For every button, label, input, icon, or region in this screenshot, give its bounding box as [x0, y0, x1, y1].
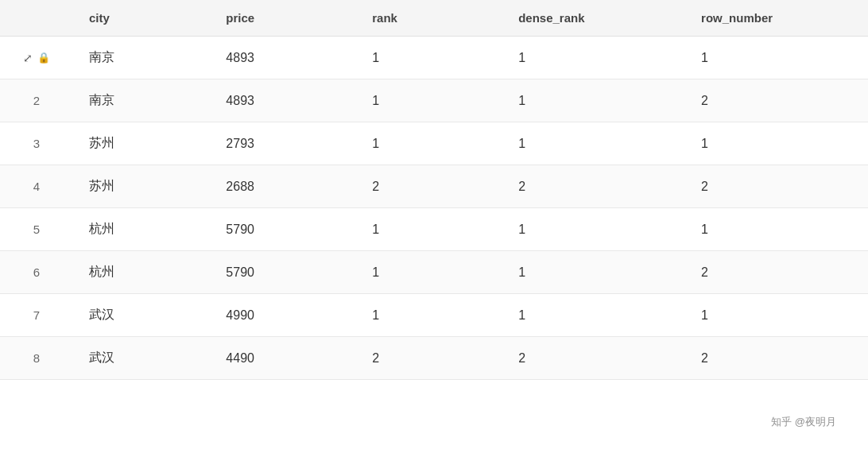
- cell-price: 5790: [210, 251, 356, 294]
- cell-index: 6: [0, 251, 73, 294]
- cell-index: ⤢ 🔒: [0, 37, 73, 79]
- cell-row_number: 2: [685, 165, 868, 208]
- cell-rank: 1: [356, 37, 502, 79]
- cell-city: 杭州: [73, 251, 210, 294]
- cell-city: 武汉: [73, 294, 210, 337]
- cell-price: 4893: [210, 79, 356, 122]
- cell-row_number: 1: [685, 122, 868, 165]
- cell-rank: 1: [356, 251, 502, 294]
- cell-dense_rank: 2: [502, 337, 685, 380]
- cell-index: 3: [0, 122, 73, 165]
- cell-row_number: 1: [685, 37, 868, 79]
- cell-index: 8: [0, 337, 73, 380]
- table-row: 7武汉4990111: [0, 294, 868, 337]
- cell-city: 南京: [73, 79, 210, 122]
- cell-dense_rank: 1: [502, 294, 685, 337]
- table-row: 2南京4893112: [0, 79, 868, 122]
- cell-city: 苏州: [73, 122, 210, 165]
- cell-index: 4: [0, 165, 73, 208]
- cell-dense_rank: 1: [502, 208, 685, 251]
- cell-row_number: 1: [685, 294, 868, 337]
- cell-dense_rank: 1: [502, 251, 685, 294]
- table-container: city price rank dense_rank row_number ⤢ …: [0, 0, 868, 453]
- cell-city: 南京: [73, 37, 210, 79]
- expand-icon[interactable]: ⤢: [23, 52, 33, 64]
- cell-rank: 1: [356, 79, 502, 122]
- cell-rank: 2: [356, 165, 502, 208]
- cell-index: 2: [0, 79, 73, 122]
- table-row: 4苏州2688222: [0, 165, 868, 208]
- col-header-price: price: [210, 0, 356, 37]
- cell-index: 5: [0, 208, 73, 251]
- cell-price: 4893: [210, 37, 356, 79]
- col-header-index: [0, 0, 73, 37]
- col-header-dense-rank: dense_rank: [502, 0, 685, 37]
- cell-rank: 1: [356, 294, 502, 337]
- table-row: ⤢ 🔒 南京4893111: [0, 37, 868, 79]
- col-header-rank: rank: [356, 0, 502, 37]
- cell-price: 5790: [210, 208, 356, 251]
- cell-dense_rank: 1: [502, 122, 685, 165]
- cell-dense_rank: 1: [502, 79, 685, 122]
- data-table: city price rank dense_rank row_number ⤢ …: [0, 0, 868, 380]
- cell-dense_rank: 2: [502, 165, 685, 208]
- cell-city: 武汉: [73, 337, 210, 380]
- cell-price: 2793: [210, 122, 356, 165]
- cell-row_number: 2: [685, 79, 868, 122]
- cell-row_number: 2: [685, 251, 868, 294]
- cell-row_number: 1: [685, 208, 868, 251]
- cell-rank: 2: [356, 337, 502, 380]
- table-row: 6杭州5790112: [0, 251, 868, 294]
- table-row: 5杭州5790111: [0, 208, 868, 251]
- table-row: 3苏州2793111: [0, 122, 868, 165]
- watermark-text: 知乎 @夜明月: [771, 415, 836, 429]
- cell-price: 4990: [210, 294, 356, 337]
- cell-dense_rank: 1: [502, 37, 685, 79]
- table-header-row: city price rank dense_rank row_number: [0, 0, 868, 37]
- cell-city: 杭州: [73, 208, 210, 251]
- cell-price: 4490: [210, 337, 356, 380]
- col-header-row-number: row_number: [685, 0, 868, 37]
- cell-index: 7: [0, 294, 73, 337]
- table-row: 8武汉4490222: [0, 337, 868, 380]
- cell-price: 2688: [210, 165, 356, 208]
- cell-row_number: 2: [685, 337, 868, 380]
- lock-icon[interactable]: 🔒: [37, 52, 50, 64]
- col-header-city: city: [73, 0, 210, 37]
- cell-city: 苏州: [73, 165, 210, 208]
- cell-rank: 1: [356, 208, 502, 251]
- cell-rank: 1: [356, 122, 502, 165]
